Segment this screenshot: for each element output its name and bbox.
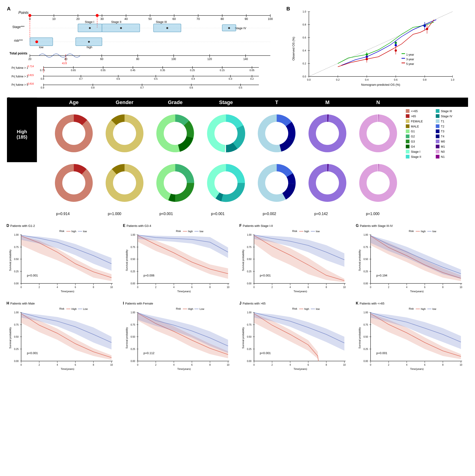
d-low-label: low (83, 230, 87, 233)
svg-text:0.65: 0.65 (71, 69, 76, 72)
risk-low-text: low (39, 45, 44, 49)
svg-text:0.25: 0.25 (14, 270, 19, 273)
svg-text:0.50: 0.50 (14, 336, 19, 338)
svg-text:1.00: 1.00 (363, 311, 368, 314)
svg-text:High: High (188, 307, 193, 310)
svg-text:0.4: 0.4 (303, 49, 306, 52)
3year-line (341, 20, 436, 65)
survival-g-svg: Risk high low Survival probability Time(… (356, 228, 469, 295)
p-value-row: p=0.914 p=1.000 p<0.001 p=0.001 p=0.002 … (37, 211, 399, 217)
svg-text:Time(years): Time(years) (294, 290, 307, 293)
svg-text:0: 0 (20, 286, 22, 289)
d-x-label: Time(years) (61, 290, 74, 293)
donut-svg: Age Gender Grade Stage T M N High (185) … (7, 97, 468, 209)
svg-text:p<0.001: p<0.001 (260, 351, 271, 355)
svg-text:Stage III: Stage III (441, 109, 452, 113)
svg-rect-154 (406, 109, 409, 113)
legend-5year-line (402, 63, 405, 63)
d-pvalue: p<0.001 (27, 274, 38, 277)
svg-text:6: 6 (424, 364, 425, 366)
svg-text:low: low (316, 230, 320, 233)
svg-text:10: 10 (459, 364, 462, 366)
svg-text:Survival probability: Survival probability (358, 327, 361, 349)
panel-a: A Points 0 10 20 30 40 (5, 5, 284, 93)
panel-e-title: Patients with G3-4 (127, 224, 151, 228)
svg-text:10: 10 (343, 286, 346, 289)
p-value-age: p=0.914 (37, 212, 89, 216)
svg-text:T4: T4 (441, 135, 444, 138)
panel-j: J Patients with >65 Risk high low Surviv… (238, 299, 354, 376)
svg-rect-170 (406, 150, 409, 153)
svg-text:Risk: Risk (292, 230, 297, 232)
svg-text:0.75: 0.75 (40, 69, 45, 72)
risk-high-dot (88, 41, 90, 43)
svg-text:0.75: 0.75 (247, 246, 252, 248)
panel-j-label: J (239, 301, 241, 306)
svg-text:G4: G4 (411, 145, 415, 148)
svg-text:1.00: 1.00 (247, 311, 252, 314)
panel-h: H Patients with Male Risk High Low Survi… (5, 299, 121, 376)
svg-text:2: 2 (271, 286, 273, 289)
svg-text:0.3: 0.3 (229, 77, 232, 80)
row-low-label: Low (17, 179, 27, 184)
total-val-1: 43.8 (62, 62, 67, 65)
svg-text:high: high (304, 307, 309, 310)
panel-j-title: Patients with >65 (243, 302, 266, 305)
svg-text:MALE: MALE (411, 125, 419, 128)
svg-text:1.0: 1.0 (451, 78, 454, 81)
pr1-axis: 0.75 0.65 0.55 0.45 0.35 0.25 0.15 0.05 (40, 66, 254, 72)
svg-point-148 (265, 171, 288, 195)
svg-text:0: 0 (20, 364, 22, 366)
svg-text:Survival probability: Survival probability (242, 327, 244, 349)
svg-text:20: 20 (76, 17, 80, 21)
donut-low-n (359, 164, 397, 202)
points-label: Points (18, 11, 29, 15)
panel-f-title: Patients with Stage I-II (243, 224, 273, 228)
donut-low-m (308, 164, 346, 202)
svg-text:G1: G1 (411, 130, 415, 133)
svg-point-152 (367, 171, 390, 195)
svg-rect-164 (406, 135, 409, 138)
svg-text:120: 120 (207, 57, 212, 61)
svg-text:0.2: 0.2 (303, 62, 306, 65)
svg-text:0.8: 0.8 (41, 77, 44, 80)
svg-text:0.6: 0.6 (303, 36, 306, 39)
svg-text:40: 40 (124, 17, 128, 21)
donut-high-m (308, 115, 346, 152)
pr1-val: 0.714 (28, 65, 34, 68)
d-high-label: high (71, 230, 76, 233)
svg-text:0.75: 0.75 (363, 323, 368, 326)
pr1-label: Pr( futime > 1 (12, 66, 28, 69)
svg-text:6: 6 (75, 286, 76, 289)
panel-b: B Observed OS (%) Nomogram-predicted OS … (284, 5, 470, 93)
svg-text:50: 50 (149, 17, 152, 21)
panel-f-label: F (239, 224, 242, 228)
svg-text:2: 2 (271, 364, 273, 366)
donut-low-stage (207, 164, 245, 202)
donut-high-grade (156, 115, 194, 152)
svg-text:0.00: 0.00 (363, 282, 368, 285)
svg-text:Time(years): Time(years) (177, 368, 191, 370)
svg-text:4: 4 (56, 364, 58, 366)
svg-text:4: 4 (56, 286, 58, 289)
panel-g-title: Patients with Stage III-IV (360, 224, 393, 228)
stage-IV-dot (228, 27, 230, 29)
total-points-label: Total points (10, 51, 28, 55)
svg-text:Survival probability: Survival probability (358, 249, 361, 271)
panel-c-label: C (7, 96, 11, 102)
svg-text:0.50: 0.50 (363, 336, 368, 338)
svg-text:4: 4 (173, 364, 174, 366)
panel-i-title: Patients with Female (125, 302, 153, 305)
svg-text:80: 80 (221, 17, 224, 21)
svg-text:1.00: 1.00 (14, 311, 19, 314)
svg-text:0.75: 0.75 (14, 323, 19, 326)
svg-text:10: 10 (52, 17, 55, 21)
donut-high-n (359, 115, 397, 152)
col-n: N (376, 100, 380, 105)
stage-IV-text: Stage IV (235, 26, 246, 30)
pr5-axis: 0.9 0.8 0.7 0.6 0.5 (41, 84, 242, 89)
svg-text:0.25: 0.25 (247, 270, 252, 273)
stage-III-text: Stage III (156, 20, 167, 24)
svg-text:0.4: 0.4 (191, 77, 195, 80)
svg-text:1.00: 1.00 (130, 311, 135, 314)
